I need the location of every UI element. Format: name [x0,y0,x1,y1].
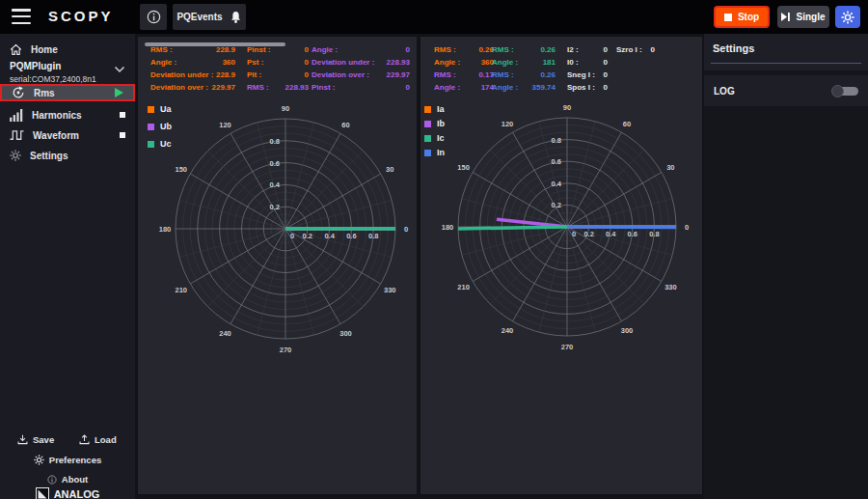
svg-text:0.2: 0.2 [303,232,312,240]
preferences-label: Preferences [49,455,101,465]
svg-text:90: 90 [563,103,571,112]
single-label: Single [796,12,825,22]
toggle-knob [831,85,844,97]
svg-text:30: 30 [386,165,393,174]
svg-text:120: 120 [219,121,231,129]
current-phasor-chart: 030609012015018021024027030033000.20.20.… [420,37,702,494]
svg-text:0.6: 0.6 [346,232,356,240]
svg-text:270: 270 [561,343,574,351]
phasor-Ic [458,227,567,229]
svg-text:150: 150 [175,165,187,174]
save-button[interactable]: Save [17,434,54,445]
svg-text:300: 300 [339,329,352,338]
voltage-phasor-chart: 030609012015018021024027030033000.20.20.… [138,37,417,494]
harmonics-label: Harmonics [32,110,82,121]
sidebar-item-home[interactable]: Home [0,40,135,59]
svg-text:30: 30 [666,163,674,172]
info-button[interactable] [140,4,167,30]
gear-icon [34,455,44,465]
sidebar-item-rms[interactable]: Rms [0,84,135,101]
svg-text:60: 60 [623,120,631,128]
info-icon [147,10,161,24]
load-button[interactable]: Load [79,434,117,445]
sidebar-item-harmonics[interactable]: Harmonics [0,105,135,125]
svg-text:0.2: 0.2 [552,201,561,209]
load-icon [79,434,90,445]
hamburger-menu-icon[interactable] [12,9,31,24]
preferences-button[interactable]: Preferences [0,455,135,465]
about-button[interactable]: About [0,474,135,485]
svg-text:0.2: 0.2 [583,230,593,238]
voltage-rms-panel: RMS :228.9Angle :360Deviation under :228… [138,37,417,494]
info-icon [47,475,57,485]
settings-divider [711,63,861,64]
plugin-title: PQMPlugin [10,61,125,71]
bell-icon [230,11,242,24]
pqevents-label: PQEvents [176,12,222,22]
plugin-header[interactable]: PQMPlugin serial:COM37,2400,8n1 [0,61,135,84]
svg-text:0: 0 [685,223,689,232]
svg-text:270: 270 [280,346,292,354]
svg-text:330: 330 [665,283,677,291]
running-play-icon[interactable] [115,88,123,97]
log-toggle[interactable] [831,86,858,97]
svg-text:0.8: 0.8 [649,230,659,238]
svg-text:0: 0 [290,232,294,240]
stop-square-icon [724,14,732,21]
svg-text:0.4: 0.4 [324,232,335,240]
stop-button[interactable]: Stop [714,6,770,28]
log-label: LOG [714,86,735,97]
adi-triangle-icon [36,487,49,499]
svg-text:0.8: 0.8 [552,136,561,145]
svg-text:90: 90 [282,104,289,113]
stop-label: Stop [738,12,759,22]
svg-text:150: 150 [457,163,470,172]
home-label: Home [31,44,58,55]
svg-text:0.4: 0.4 [270,180,281,189]
svg-text:300: 300 [621,326,634,335]
top-bar: SCOPY PQEvents Stop Single [0,0,868,34]
scopy-window: SCOPY PQEvents Stop Single [0,0,868,499]
settings-title: Settings [713,42,754,54]
svg-text:120: 120 [502,120,514,128]
svg-text:0.6: 0.6 [270,159,280,168]
about-label: About [62,474,88,485]
svg-text:0.2: 0.2 [270,203,280,211]
sidebar-item-waveform[interactable]: Waveform [0,125,135,145]
waveform-icon [10,129,24,141]
stopped-square-icon[interactable] [120,132,125,138]
svg-text:240: 240 [502,326,514,335]
svg-text:330: 330 [384,286,396,294]
svg-text:0: 0 [572,230,576,238]
svg-text:210: 210 [175,286,187,294]
stopped-square-icon[interactable] [120,112,125,118]
load-label: Load [95,434,117,445]
settings-panel: Settings LOG [704,34,868,499]
plugin-serial: serial:COM37,2400,8n1 [10,74,125,84]
svg-text:240: 240 [219,329,231,338]
single-run-icon [781,13,790,21]
sidebar-item-settings[interactable]: Settings [0,146,135,165]
svg-text:0.6: 0.6 [552,157,561,166]
settings-label: Settings [30,151,68,161]
chevron-down-icon [114,66,125,73]
gear-icon [841,11,854,24]
log-section: LOG [704,75,868,106]
current-rms-panel: RMS :0.26Angle :360RMS :0.17Angle :174RM… [420,37,702,494]
sidebar: Home PQMPlugin serial:COM37,2400,8n1 Rms [0,34,135,499]
svg-text:180: 180 [159,225,172,234]
settings-section: Settings [704,34,868,70]
svg-text:0.4: 0.4 [606,230,616,238]
brand-label: ANALOG [54,488,100,499]
svg-text:210: 210 [457,283,470,291]
home-icon [10,43,22,56]
gear-icon [10,150,21,161]
pqevents-tab[interactable]: PQEvents [173,4,246,30]
single-button[interactable]: Single [777,6,829,28]
svg-text:180: 180 [442,223,454,232]
svg-text:0: 0 [404,225,408,234]
svg-text:0.8: 0.8 [368,232,378,240]
phasor-In [567,227,676,228]
general-settings-button[interactable] [835,6,860,28]
svg-text:0.8: 0.8 [270,137,280,146]
